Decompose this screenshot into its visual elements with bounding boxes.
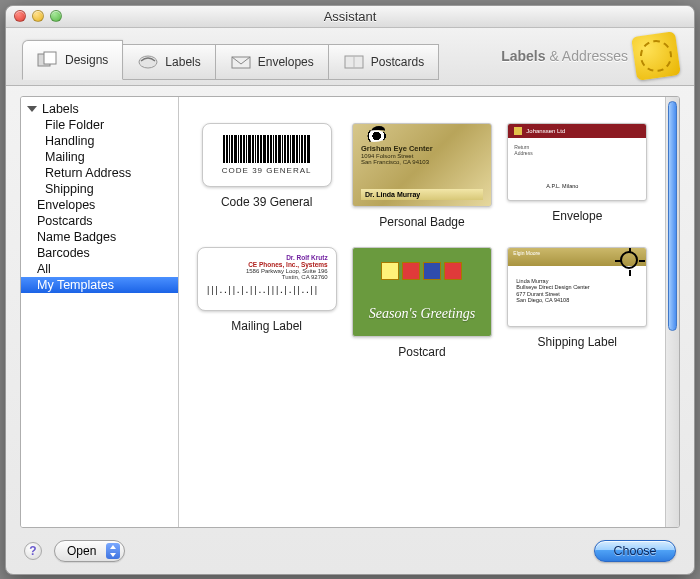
- choose-button[interactable]: Choose: [594, 540, 676, 562]
- envelope-to: A.P.L. Milano: [546, 183, 578, 190]
- template-thumb: Dr. Rolf Krutz CE Phones, Inc., Systems …: [197, 247, 337, 311]
- sidebar-item-handling[interactable]: Handling: [21, 133, 178, 149]
- template-caption: Postcard: [398, 345, 445, 359]
- template-item-shipping-label[interactable]: Elgin Moore Linda Murray Bullseye Direct…: [506, 247, 649, 359]
- sun-icon: [620, 251, 638, 269]
- mail-name: Dr. Rolf Krutz: [206, 254, 328, 261]
- template-caption: Personal Badge: [379, 215, 464, 229]
- template-item-personal-badge[interactable]: Grisham Eye Center 1094 Folsom Street Sa…: [350, 123, 493, 229]
- mail-city: Tustin, CA 92760: [206, 274, 328, 280]
- stocking-icon: [444, 262, 462, 280]
- ship-to-street: 677 Durant Street: [516, 291, 559, 297]
- sidebar-item-barcodes[interactable]: Barcodes: [21, 245, 178, 261]
- postcards-icon: [343, 53, 365, 71]
- labels-icon: [137, 53, 159, 71]
- template-thumb: Grisham Eye Center 1094 Folsom Street Sa…: [352, 123, 492, 207]
- badge-org: Grisham Eye Center: [361, 144, 483, 153]
- tab-designs[interactable]: Designs: [22, 40, 123, 80]
- tab-label: Labels: [165, 55, 200, 69]
- app-brand: Labels & Addresses: [501, 34, 678, 78]
- toolbar: Designs Labels Envelopes Postcards Label…: [6, 28, 694, 86]
- assistant-window: Assistant Designs Labels Envelopes Postc…: [5, 5, 695, 575]
- mail-company: CE Phones, Inc., Systems: [206, 261, 328, 268]
- ship-to-city: San Diego, CA 94108: [516, 297, 569, 303]
- footer: ? Open Choose: [6, 528, 694, 574]
- ornament-icon: [381, 262, 399, 280]
- logo-icon: [514, 127, 522, 135]
- postnet-icon: |||..||.|.||..|||.|.||..||: [206, 286, 328, 295]
- template-caption: Envelope: [552, 209, 602, 223]
- snowflake-icon: [423, 262, 441, 280]
- sidebar-item-return-address[interactable]: Return Address: [21, 165, 178, 181]
- category-sidebar: Labels File Folder Handling Mailing Retu…: [21, 97, 179, 527]
- disclosure-triangle-icon[interactable]: [27, 106, 37, 112]
- santa-hat-icon: [402, 262, 420, 280]
- tab-label: Designs: [65, 53, 108, 67]
- ship-to-name: Linda Murray: [516, 278, 548, 284]
- template-gallery: CODE 39 GENERAL Code 39 General Grisham …: [179, 97, 665, 527]
- open-popup-label: Open: [67, 544, 96, 558]
- sidebar-group-label: Labels: [42, 102, 79, 116]
- content-area: Labels File Folder Handling Mailing Retu…: [20, 96, 680, 528]
- help-button[interactable]: ?: [24, 542, 42, 560]
- sidebar-group-labels[interactable]: Labels: [21, 101, 178, 117]
- template-item-code39[interactable]: CODE 39 GENERAL Code 39 General: [195, 123, 338, 229]
- template-item-envelope[interactable]: Johanssen Ltd ReturnAddress A.P.L. Milan…: [506, 123, 649, 229]
- app-logo-icon: [631, 31, 681, 81]
- titlebar: Assistant: [6, 6, 694, 28]
- postcard-greeting: Season's Greetings: [353, 306, 491, 322]
- template-item-postcard[interactable]: Season's Greetings Postcard: [350, 247, 493, 359]
- template-caption: Mailing Label: [231, 319, 302, 333]
- open-popup-button[interactable]: Open: [54, 540, 125, 562]
- scrollbar-thumb[interactable]: [668, 101, 677, 331]
- popup-arrows-icon: [106, 543, 120, 559]
- window-title: Assistant: [6, 9, 694, 24]
- template-thumb: Season's Greetings: [352, 247, 492, 337]
- sidebar-item-file-folder[interactable]: File Folder: [21, 117, 178, 133]
- designs-icon: [37, 51, 59, 69]
- sidebar-item-all[interactable]: All: [21, 261, 178, 277]
- barcode-text: CODE 39 GENERAL: [222, 166, 312, 175]
- svg-rect-1: [44, 52, 56, 64]
- envelopes-icon: [230, 53, 252, 71]
- template-caption: Code 39 General: [221, 195, 312, 209]
- sidebar-item-my-templates[interactable]: My Templates: [21, 277, 178, 293]
- tab-envelopes[interactable]: Envelopes: [215, 44, 329, 80]
- template-caption: Shipping Label: [538, 335, 617, 349]
- ship-to-org: Bullseye Direct Design Center: [516, 284, 589, 290]
- badge-addr2: San Francisco, CA 94103: [361, 159, 483, 165]
- sidebar-item-name-badges[interactable]: Name Badges: [21, 229, 178, 245]
- template-item-mailing-label[interactable]: Dr. Rolf Krutz CE Phones, Inc., Systems …: [195, 247, 338, 359]
- template-thumb: Johanssen Ltd ReturnAddress A.P.L. Milan…: [507, 123, 647, 201]
- barcode-icon: [223, 135, 310, 163]
- sidebar-item-envelopes[interactable]: Envelopes: [21, 197, 178, 213]
- tab-postcards[interactable]: Postcards: [328, 44, 439, 80]
- tab-labels[interactable]: Labels: [122, 44, 215, 80]
- gallery-scrollbar[interactable]: [665, 97, 679, 527]
- tab-label: Envelopes: [258, 55, 314, 69]
- ship-from: Elgin Moore: [513, 251, 540, 257]
- sidebar-item-shipping[interactable]: Shipping: [21, 181, 178, 197]
- sidebar-item-mailing[interactable]: Mailing: [21, 149, 178, 165]
- template-thumb: Elgin Moore Linda Murray Bullseye Direct…: [507, 247, 647, 327]
- eye-icon: [361, 130, 387, 142]
- gallery-wrap: CODE 39 GENERAL Code 39 General Grisham …: [179, 97, 679, 527]
- template-thumb: CODE 39 GENERAL: [202, 123, 332, 187]
- sidebar-item-postcards[interactable]: Postcards: [21, 213, 178, 229]
- tab-label: Postcards: [371, 55, 424, 69]
- badge-name: Dr. Linda Murray: [361, 189, 483, 200]
